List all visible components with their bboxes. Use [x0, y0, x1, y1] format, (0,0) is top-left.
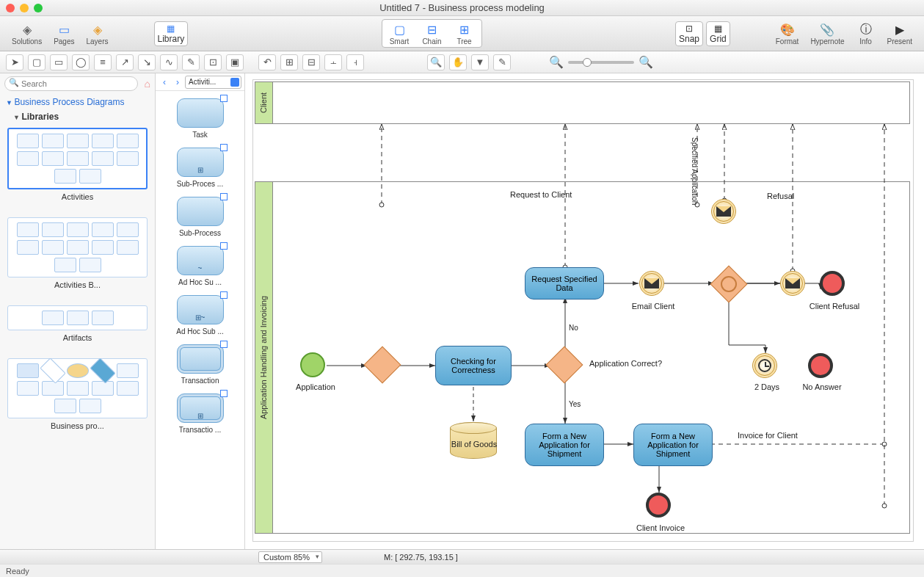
eyedropper-tool[interactable]: ✎	[493, 54, 511, 70]
gateway-correct-label: Application Correct?	[589, 359, 662, 368]
pages-button[interactable]: ▭Pages	[49, 20, 79, 47]
flow-request-client-label: Request to Client	[510, 190, 572, 199]
pool-client[interactable]: Client	[255, 81, 910, 124]
stamp-tool[interactable]: ▼	[471, 54, 489, 70]
task-check[interactable]: Checking for Correctness	[435, 346, 512, 385]
libraries-header[interactable]: Libraries	[0, 110, 155, 123]
grid-button[interactable]: ▦Grid	[706, 21, 730, 46]
flow-specified-app-label: Specified Application	[691, 137, 699, 205]
text-tool[interactable]: ≡	[94, 54, 112, 70]
shape-adhoc-sub[interactable]: ⊞~Ad Hoc Sub ...	[156, 292, 244, 341]
group-button[interactable]: ⊞	[280, 54, 298, 70]
status-text: Ready	[6, 567, 29, 576]
lib-artifacts[interactable]: Artifacts	[0, 301, 155, 354]
zoom-combo[interactable]: Custom 85%	[258, 551, 322, 563]
hand-tool[interactable]: ✋	[449, 54, 467, 70]
search-input[interactable]	[4, 76, 138, 91]
shapes-panel: ‹ › Activiti... Task ⊞Sub-Proces ... Sub…	[156, 73, 245, 549]
present-button[interactable]: ▶Present	[883, 20, 917, 47]
snap-button[interactable]: ⊡Snap	[675, 21, 703, 46]
datastore-label: Bill of Goods	[443, 440, 506, 449]
flow-yes-label: Yes	[569, 400, 581, 408]
connector-tool[interactable]: ↘	[138, 54, 156, 70]
solutions-button[interactable]: ◈Solutions	[7, 20, 46, 47]
shape-transaction[interactable]: Transaction	[156, 341, 244, 391]
lane-application-label: Application Handling and Invoicing	[260, 296, 269, 419]
task-request[interactable]: Request Specified Data	[525, 267, 604, 300]
lane-client-label: Client	[260, 92, 269, 113]
distribute-button[interactable]: ⫞	[346, 54, 364, 70]
layers-button[interactable]: ◈Layers	[82, 20, 113, 47]
shape-adhoc-collapsed[interactable]: ~Ad Hoc Su ...	[156, 243, 244, 292]
shape-subprocess-collapsed[interactable]: ⊞Sub-Proces ...	[156, 145, 244, 194]
page-footer-bar: Custom 85% M: [ 292.75, 193.15 ]	[0, 549, 924, 564]
end-client-invoice[interactable]	[646, 493, 671, 518]
zoom-out-icon[interactable]: 🔍	[549, 55, 564, 69]
pointer-tool[interactable]: ➤	[6, 54, 23, 70]
task-form1[interactable]: Form a New Application for Shipment	[525, 424, 604, 466]
task-form2[interactable]: Form a New Application for Shipment	[633, 424, 713, 466]
flow-refusal-label: Refusal	[767, 192, 794, 200]
end-no-answer[interactable]	[808, 353, 833, 378]
home-icon[interactable]: ⌂	[145, 78, 150, 90]
status-bar: Ready	[0, 564, 924, 577]
end-refusal-label: Client Refusal	[805, 302, 864, 311]
event-msg-top[interactable]	[711, 199, 736, 224]
ungroup-button[interactable]: ⊟	[302, 54, 320, 70]
start-event[interactable]	[300, 352, 325, 377]
zoom-tool[interactable]: 🔍	[427, 54, 445, 70]
lib-business-pro[interactable]: Business pro...	[0, 354, 155, 442]
event-refusal-msg[interactable]	[780, 271, 805, 296]
crop-tool[interactable]: ⊡	[204, 54, 222, 70]
rect-tool[interactable]: ▭	[50, 54, 68, 70]
curve-tool[interactable]: ∿	[160, 54, 178, 70]
start-event-label: Application	[290, 382, 341, 391]
group-header[interactable]: Business Process Diagrams	[0, 94, 155, 110]
prev-lib-icon[interactable]: ‹	[159, 76, 170, 88]
lib-activities-b[interactable]: Activities B...	[0, 213, 155, 301]
timer-label: 2 Days	[745, 382, 789, 391]
flow-invoice-label: Invoice for Client	[738, 431, 798, 440]
diagram-page: Client Application Handling and Invoicin…	[252, 79, 914, 542]
image-tool[interactable]: ▣	[226, 54, 244, 70]
event-email-label: Email Client	[627, 302, 679, 311]
flow-no-label: No	[569, 324, 578, 332]
end-noanswer-label: No Answer	[796, 382, 848, 391]
align-button[interactable]: ⫠	[324, 54, 342, 70]
tools-toolbar: ➤ ▢ ▭ ◯ ≡ ↗ ↘ ∿ ✎ ⊡ ▣ ↶ ⊞ ⊟ ⫠ ⫞ 🔍 ✋ ▼ ✎ …	[0, 51, 924, 73]
library-button[interactable]: ▦Library	[154, 21, 189, 46]
pen-tool[interactable]: ✎	[182, 54, 200, 70]
ellipse-tool[interactable]: ◯	[72, 54, 90, 70]
chain-button[interactable]: ⊟Chain	[416, 21, 447, 46]
libraries-panel: ⌂ Business Process Diagrams Libraries Ac…	[0, 73, 156, 549]
shape-transaction-sub[interactable]: ⊞Transactio ...	[156, 391, 244, 440]
next-lib-icon[interactable]: ›	[172, 76, 183, 88]
end-invoice-label: Client Invoice	[629, 523, 692, 532]
end-client-refusal[interactable]	[820, 271, 845, 296]
line-tool[interactable]: ↗	[116, 54, 134, 70]
hypernote-button[interactable]: 📎Hypernote	[806, 20, 848, 47]
format-button[interactable]: 🎨Format	[771, 20, 804, 47]
info-button[interactable]: ⓘInfo	[852, 20, 880, 47]
window-title: Untitled 7 - Business process modeling	[0, 2, 924, 13]
zoom-slider[interactable]	[568, 61, 634, 64]
undo-button[interactable]: ↶	[258, 54, 276, 70]
workspace: ⌂ Business Process Diagrams Libraries Ac…	[0, 73, 924, 549]
marquee-tool[interactable]: ▢	[28, 54, 46, 70]
main-toolbar: ◈Solutions ▭Pages ◈Layers ▦Library ▢Smar…	[0, 16, 924, 51]
lib-activities[interactable]: Activities	[0, 123, 155, 213]
smart-button[interactable]: ▢Smart	[384, 21, 415, 46]
event-email-client[interactable]	[639, 271, 664, 296]
shape-category-combo[interactable]: Activiti...	[185, 76, 241, 89]
title-bar: Untitled 7 - Business process modeling	[0, 0, 924, 16]
canvas[interactable]: Client Application Handling and Invoicin…	[245, 73, 924, 549]
event-timer[interactable]	[752, 353, 777, 378]
shape-subprocess[interactable]: Sub-Process	[156, 194, 244, 243]
zoom-in-icon[interactable]: 🔍	[639, 55, 653, 69]
tree-button[interactable]: ⊞Tree	[449, 21, 480, 46]
mouse-coords: M: [ 292.75, 193.15 ]	[384, 553, 458, 562]
shape-task[interactable]: Task	[156, 95, 244, 145]
